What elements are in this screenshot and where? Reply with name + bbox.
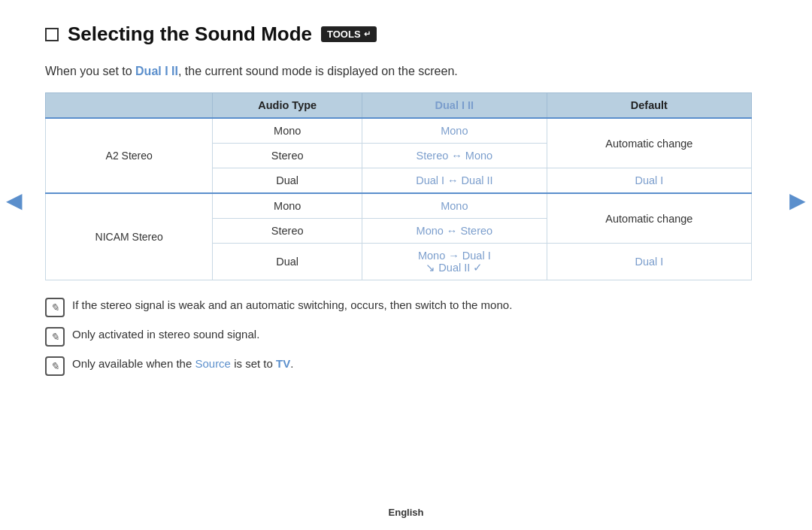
note-3-text: Only available when the Source is set to…	[72, 356, 752, 373]
nicam-stereo-dual: Mono ↔ Stereo	[362, 219, 547, 244]
a2-stereo-dual: Stereo ↔ Mono	[362, 144, 547, 168]
notes-section: ✎ If the stereo signal is weak and an au…	[45, 297, 752, 376]
table-header-row: Audio Type Dual I II Default	[46, 93, 752, 119]
title-checkbox	[45, 28, 59, 41]
a2-auto-change: Automatic change	[547, 118, 751, 168]
tools-badge-label: TOOLS	[327, 29, 361, 40]
note-1-icon: ✎	[45, 298, 65, 317]
table-row: A2 Stereo Mono Mono Automatic change	[46, 118, 752, 144]
tools-badge: TOOLS↵	[321, 26, 377, 42]
footer: English	[0, 507, 812, 518]
note-2: ✎ Only activated in stereo sound signal.	[45, 326, 752, 347]
a2-mono-dual: Mono	[362, 118, 547, 144]
nicam-stereo-label: NICAM Stereo	[46, 193, 213, 280]
note-3-prefix: Only available when the	[72, 357, 195, 370]
title-row: Selecting the Sound Mode TOOLS↵	[45, 23, 752, 46]
note-3-source: Source	[195, 357, 231, 370]
prev-arrow[interactable]: ◀	[0, 180, 29, 220]
a2-dual-default: Dual I	[547, 168, 751, 194]
dual-highlight: Dual I II	[135, 65, 178, 77]
nicam-dual-audio: Dual	[213, 244, 362, 280]
a2-mono-audio: Mono	[213, 118, 362, 144]
intro-prefix: When you set to	[45, 65, 135, 77]
intro-suffix: , the current sound mode is displayed on…	[178, 65, 458, 77]
intro-paragraph: When you set to Dual I II, the current s…	[45, 62, 752, 80]
sound-mode-table: Audio Type Dual I II Default A2 Stereo M…	[45, 92, 752, 280]
note-3: ✎ Only available when the Source is set …	[45, 356, 752, 376]
tools-icon: ↵	[364, 29, 371, 39]
header-dual: Dual I II	[362, 93, 547, 119]
note-1: ✎ If the stereo signal is weak and an au…	[45, 297, 752, 317]
note-3-tv: TV	[276, 357, 290, 370]
note-2-icon: ✎	[45, 327, 65, 347]
note-1-text: If the stereo signal is weak and an auto…	[72, 297, 752, 314]
header-col0	[46, 93, 213, 119]
nicam-dual-line2: ↘ Dual II ✓	[426, 262, 483, 274]
a2-stereo-audio: Stereo	[213, 144, 362, 168]
nicam-mono-audio: Mono	[213, 193, 362, 219]
note-3-icon: ✎	[45, 356, 65, 376]
page-title: Selecting the Sound Mode	[68, 23, 312, 46]
nicam-dual-dual: Mono → Dual I↘ Dual II ✓	[362, 244, 547, 280]
note-2-text: Only activated in stereo sound signal.	[72, 326, 752, 344]
nicam-stereo-audio: Stereo	[213, 219, 362, 244]
a2-stereo-label: A2 Stereo	[46, 118, 213, 193]
nicam-mono-dual: Mono	[362, 193, 547, 219]
note-3-middle: is set to	[231, 357, 276, 370]
table-row: NICAM Stereo Mono Mono Automatic change	[46, 193, 752, 219]
a2-dual-dual: Dual I ↔ Dual II	[362, 168, 547, 194]
nicam-auto-change: Automatic change	[547, 193, 751, 244]
next-arrow[interactable]: ▶	[783, 180, 812, 220]
nicam-dual-default: Dual I	[547, 244, 751, 280]
header-default: Default	[547, 93, 751, 119]
header-audio-type: Audio Type	[213, 93, 362, 119]
footer-text: English	[389, 507, 424, 518]
note-3-suffix: .	[290, 357, 293, 370]
a2-dual-audio: Dual	[213, 168, 362, 194]
